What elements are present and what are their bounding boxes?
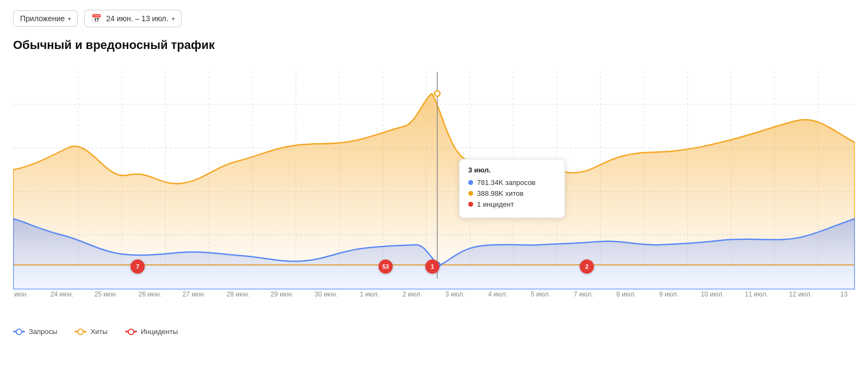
svg-point-23 (435, 91, 440, 96)
x-label: 30 июн. (315, 290, 338, 298)
chart-section: Обычный и вредоносный трафик (0, 33, 868, 322)
x-label: 24 июн. (51, 290, 73, 298)
date-range-dropdown[interactable]: 📅 24 июн. – 13 июл. ▾ (84, 10, 182, 27)
incident-count: 2 (585, 263, 588, 270)
app-dropdown[interactable]: Приложение ▾ (13, 10, 78, 27)
legend-label-hits: Хиты (90, 327, 107, 336)
x-label: 1 июл. (359, 290, 381, 298)
incident-count: 1 (431, 263, 434, 270)
legend-item-incidents: Инциденты (125, 327, 178, 336)
x-label: 27 июн. (183, 290, 206, 298)
x-label: 9 июл. (658, 290, 680, 298)
x-label: 13 (833, 290, 855, 298)
x-label: 29 июн. (271, 290, 294, 298)
incident-count: 7 (136, 263, 139, 270)
x-label: 8 июл. (615, 290, 637, 298)
x-axis: июн. 24 июн. 25 июн. 26 июн. 27 июн. 28 … (13, 290, 855, 298)
incident-badge-2[interactable]: 2 (580, 259, 594, 274)
x-label: 5 июл. (530, 290, 551, 298)
x-label: 12 июл. (789, 290, 812, 298)
date-range-label: 24 июн. – 13 июл. (106, 14, 169, 23)
x-label: 10 июл. (701, 290, 724, 298)
legend-line-red (125, 331, 137, 332)
chart-title: Обычный и вредоносный трафик (13, 38, 855, 52)
x-label: 3 июл. (444, 290, 466, 298)
x-label: 26 июн. (139, 290, 162, 298)
chart-svg (13, 61, 855, 289)
legend-line-orange (75, 331, 86, 332)
legend-item-requests: Запросы (13, 327, 57, 336)
app-label: Приложение (20, 14, 65, 23)
app-arrow: ▾ (68, 16, 71, 22)
x-label: 11 июл. (745, 290, 768, 298)
chart-legend: Запросы Хиты Инциденты (0, 322, 868, 344)
x-label: июн. (13, 290, 29, 298)
incident-count: 53 (382, 263, 389, 270)
x-label: 28 июн. (227, 290, 250, 298)
x-label: 2 июл. (401, 290, 423, 298)
legend-item-hits: Хиты (75, 327, 107, 336)
incident-badge-53[interactable]: 53 (379, 259, 393, 274)
legend-label-incidents: Инциденты (141, 327, 178, 336)
x-label: 4 июл. (487, 290, 509, 298)
legend-label-requests: Запросы (29, 327, 57, 336)
chart-container: июн. 24 июн. 25 июн. 26 июн. 27 июн. 28 … (13, 61, 855, 322)
x-label: 7 июл. (573, 290, 594, 298)
incident-badge-7[interactable]: 7 (131, 259, 145, 274)
incident-badge-1[interactable]: 1 (425, 259, 439, 274)
date-arrow: ▾ (172, 16, 175, 22)
x-label: 25 июн. (95, 290, 117, 298)
legend-line-blue (13, 331, 25, 332)
top-bar: Приложение ▾ 📅 24 июн. – 13 июл. ▾ (0, 0, 868, 33)
calendar-icon: 📅 (91, 14, 102, 23)
